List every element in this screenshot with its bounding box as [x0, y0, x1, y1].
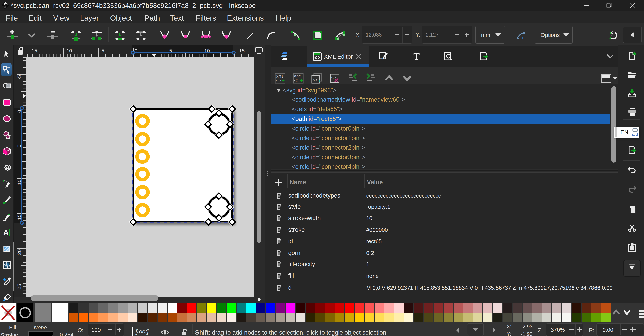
svg-text:+: + [282, 77, 285, 83]
svg-text:+: + [318, 78, 321, 84]
svg-text:<>: <> [294, 78, 299, 83]
svg-text:+: + [300, 77, 303, 83]
svg-text:A: A [3, 228, 9, 237]
svg-text:<>: <> [313, 78, 318, 82]
svg-text:<>: <> [276, 78, 281, 83]
